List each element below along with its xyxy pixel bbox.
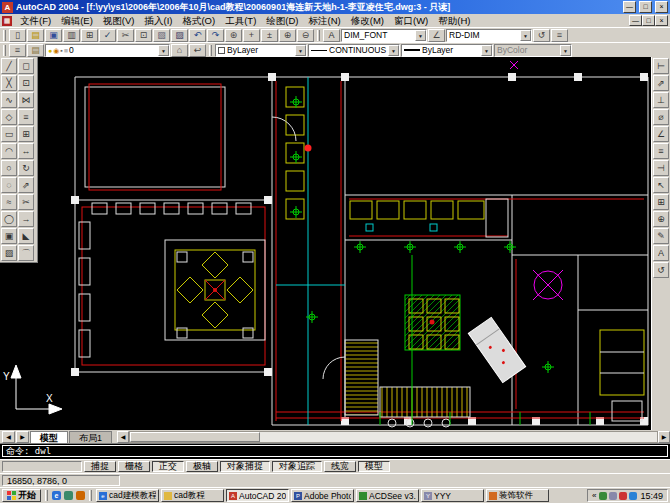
erase-icon[interactable]: ◻ bbox=[18, 58, 34, 74]
status-toggle-osnap[interactable]: 对象捕捉 bbox=[220, 461, 270, 472]
leader-icon[interactable]: ↖ bbox=[653, 177, 669, 193]
layer-previous-icon[interactable]: ↩ bbox=[189, 44, 206, 57]
command-input[interactable]: 命令: dwl bbox=[2, 445, 668, 457]
revision-cloud-icon[interactable]: ◌ bbox=[1, 177, 17, 193]
toolbar-grip[interactable] bbox=[3, 45, 6, 56]
task-autocad[interactable]: AAutoCAD 200... bbox=[226, 489, 289, 502]
task-photoshop[interactable]: PAdobe Photo... bbox=[291, 489, 354, 502]
dimension-edit-icon[interactable]: ✎ bbox=[653, 228, 669, 244]
doc-minimize-button[interactable]: — bbox=[629, 15, 642, 26]
spline-icon[interactable]: ≈ bbox=[1, 194, 17, 210]
open-icon[interactable]: ▤ bbox=[27, 29, 44, 42]
dim-name-combo[interactable]: RD-DIM ▼ bbox=[446, 29, 532, 42]
restore-button[interactable]: □ bbox=[639, 1, 652, 13]
scroll-right-icon[interactable]: ▶ bbox=[658, 431, 670, 443]
save-icon[interactable]: ▣ bbox=[45, 29, 62, 42]
linetype-combo[interactable]: CONTINUOUS ▼ bbox=[308, 44, 400, 57]
zoom-realtime-icon[interactable]: ± bbox=[261, 29, 278, 42]
document-icon[interactable]: ▦ bbox=[2, 16, 12, 26]
mirror-icon[interactable]: ⋈ bbox=[18, 92, 34, 108]
task-cad-modeling-tutorial[interactable]: ecad建模教程 bbox=[96, 489, 159, 502]
show-desktop-icon[interactable] bbox=[64, 491, 73, 500]
line-icon[interactable]: ╱ bbox=[1, 58, 17, 74]
menu-item-5[interactable]: 工具(T) bbox=[220, 14, 261, 27]
menu-item-10[interactable]: 帮助(H) bbox=[433, 14, 475, 27]
dimension-update-icon[interactable]: ↺ bbox=[653, 262, 669, 278]
status-toggle-model[interactable]: 模型 bbox=[358, 461, 390, 472]
insert-block-icon[interactable]: ▣ bbox=[1, 228, 17, 244]
tab-layout1[interactable]: 布局1 bbox=[69, 431, 112, 443]
status-toggle-lwt[interactable]: 线宽 bbox=[324, 461, 356, 472]
extend-icon[interactable]: → bbox=[18, 211, 34, 227]
chevron-down-icon[interactable]: ▼ bbox=[481, 45, 492, 56]
command-window[interactable]: 命令: dwl bbox=[0, 443, 670, 459]
rotate-icon[interactable]: ↻ bbox=[18, 160, 34, 176]
start-button[interactable]: 开始 bbox=[2, 489, 41, 502]
color-combo[interactable]: ByLayer ▼ bbox=[215, 44, 307, 57]
ie-icon[interactable]: e bbox=[52, 491, 61, 500]
scrollbar-thumb[interactable] bbox=[130, 432, 260, 442]
aligned-dimension-icon[interactable]: ⇗ bbox=[653, 75, 669, 91]
cad-drawing-canvas[interactable]: Y X bbox=[0, 57, 651, 430]
linear-dimension-icon[interactable]: ⊢ bbox=[653, 58, 669, 74]
menu-item-0[interactable]: 文件(F) bbox=[15, 14, 56, 27]
menu-item-6[interactable]: 绘图(D) bbox=[261, 14, 303, 27]
toolbar-grip[interactable] bbox=[3, 30, 6, 41]
fillet-icon[interactable]: ⌒ bbox=[18, 245, 34, 261]
new-icon[interactable]: ▯ bbox=[9, 29, 26, 42]
menu-item-7[interactable]: 标注(N) bbox=[304, 14, 346, 27]
zoom-previous-icon[interactable]: ⊖ bbox=[297, 29, 314, 42]
baseline-dimension-icon[interactable]: ≡ bbox=[653, 143, 669, 159]
undo-icon[interactable]: ↶ bbox=[189, 29, 206, 42]
task-decor-software[interactable]: 装饰软件 bbox=[486, 489, 549, 502]
text-style-icon[interactable]: A bbox=[323, 29, 340, 42]
task-cad-tutorial[interactable]: cad教程 bbox=[161, 489, 224, 502]
layer-combo[interactable]: ●◉▪■ 0 ▼ bbox=[45, 44, 170, 57]
tolerance-icon[interactable]: ⊞ bbox=[653, 194, 669, 210]
close-button[interactable]: × bbox=[655, 1, 668, 13]
match-properties-icon[interactable]: ▨ bbox=[171, 29, 188, 42]
volume-icon[interactable] bbox=[609, 492, 617, 500]
ellipse-icon[interactable]: ◯ bbox=[1, 211, 17, 227]
dimension-edit-icon[interactable]: ≡ bbox=[551, 29, 568, 42]
trim-icon[interactable]: ✂ bbox=[18, 194, 34, 210]
hyperlink-icon[interactable]: ⊛ bbox=[225, 29, 242, 42]
dimension-text-icon[interactable]: A bbox=[653, 245, 669, 261]
hatch-icon[interactable]: ▨ bbox=[1, 245, 17, 261]
doc-restore-button[interactable]: □ bbox=[642, 15, 655, 26]
tray-chevron-icon[interactable]: « bbox=[592, 490, 596, 501]
doc-close-button[interactable]: × bbox=[655, 15, 668, 26]
toolbar-grip[interactable] bbox=[209, 45, 212, 56]
zoom-window-icon[interactable]: ⊕ bbox=[279, 29, 296, 42]
chamfer-icon[interactable]: ◣ bbox=[18, 228, 34, 244]
construction-line-icon[interactable]: ╳ bbox=[1, 75, 17, 91]
media-player-icon[interactable] bbox=[76, 491, 85, 500]
tab-scroll-left-button[interactable]: ◀ bbox=[2, 431, 15, 443]
menu-item-4[interactable]: 格式(O) bbox=[177, 14, 220, 27]
menu-item-8[interactable]: 修改(M) bbox=[346, 14, 389, 27]
angular-dimension-icon[interactable]: ∠ bbox=[653, 126, 669, 142]
polygon-icon[interactable]: ◇ bbox=[1, 109, 17, 125]
scroll-left-icon[interactable]: ◀ bbox=[117, 431, 129, 443]
menu-item-9[interactable]: 窗口(W) bbox=[389, 14, 433, 27]
arc-icon[interactable]: ◠ bbox=[1, 143, 17, 159]
polyline-icon[interactable]: ∿ bbox=[1, 92, 17, 108]
array-icon[interactable]: ⊞ bbox=[18, 126, 34, 142]
dimension-style-icon[interactable]: ∠ bbox=[428, 29, 445, 42]
redo-icon[interactable]: ↷ bbox=[207, 29, 224, 42]
chevron-down-icon[interactable]: ▼ bbox=[415, 30, 426, 41]
status-toggle-ortho[interactable]: 正交 bbox=[152, 461, 184, 472]
status-toggle-grid[interactable]: 栅格 bbox=[118, 461, 150, 472]
dim-style-combo[interactable]: DIM_FONT ▼ bbox=[341, 29, 427, 42]
ordinate-dimension-icon[interactable]: ⊥ bbox=[653, 92, 669, 108]
chevron-down-icon[interactable]: ▼ bbox=[520, 30, 531, 41]
status-toggle-otrack[interactable]: 对象追踪 bbox=[272, 461, 322, 472]
lineweight-combo[interactable]: ByLayer ▼ bbox=[401, 44, 493, 57]
chevron-down-icon[interactable]: ▼ bbox=[158, 45, 169, 56]
input-method-icon[interactable] bbox=[599, 492, 607, 500]
task-yyy[interactable]: YYYY bbox=[421, 489, 484, 502]
spell-check-icon[interactable]: ✓ bbox=[99, 29, 116, 42]
status-toggle-snap[interactable]: 捕捉 bbox=[84, 461, 116, 472]
antivirus-icon[interactable] bbox=[619, 492, 627, 500]
qq-icon[interactable] bbox=[629, 492, 637, 500]
